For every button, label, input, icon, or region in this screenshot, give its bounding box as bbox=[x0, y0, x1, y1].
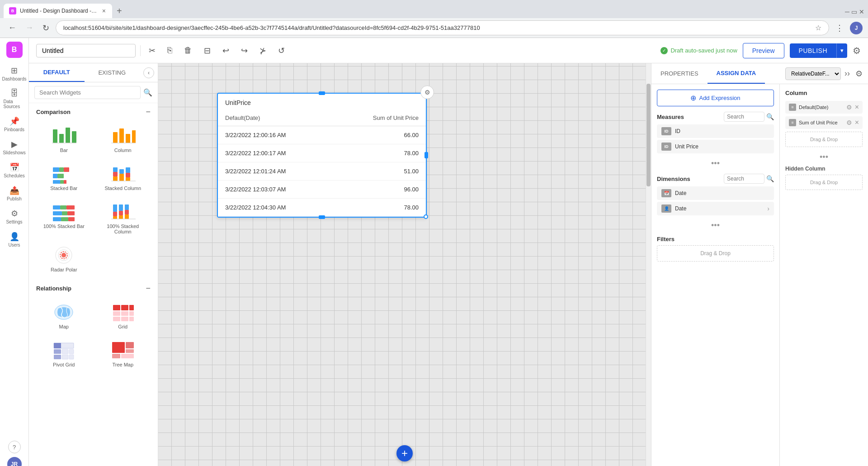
collapse-panel-button[interactable]: ‹ bbox=[143, 67, 154, 78]
more-delete-button[interactable]: ⊟ bbox=[200, 44, 214, 57]
widget-item-100-stacked-column[interactable]: 100% Stacked Column bbox=[95, 198, 151, 238]
svg-rect-70 bbox=[126, 342, 134, 348]
tab-close-button[interactable]: × bbox=[101, 7, 107, 14]
column-item-default-date[interactable]: ≡ Default(Date) ⚙ × bbox=[785, 101, 863, 114]
svg-rect-69 bbox=[112, 342, 125, 353]
sidebar-item-publish[interactable]: 📤 Publish bbox=[2, 182, 27, 204]
widget-item-map[interactable]: Map bbox=[36, 299, 92, 333]
close-window-button[interactable]: ✕ bbox=[859, 8, 864, 15]
tab-assign-data[interactable]: ASSIGN DATA bbox=[708, 63, 765, 84]
user-profile-icon[interactable]: J bbox=[850, 22, 863, 34]
column-item-sum-unit-price[interactable]: ≡ Sum of Unit Price ⚙ × bbox=[785, 116, 863, 129]
widget-item-bar[interactable]: Bar bbox=[36, 122, 92, 157]
column-panel: Column ≡ Default(Date) ⚙ × ≡ Sum of Unit… bbox=[780, 84, 868, 466]
copy-button[interactable]: ⎘ bbox=[164, 44, 176, 57]
tab-properties[interactable]: PROPERTIES bbox=[651, 64, 708, 83]
canvas-scrollbar-y[interactable] bbox=[646, 63, 651, 466]
cut-button[interactable]: ✂ bbox=[145, 44, 159, 57]
comparison-section-collapse[interactable]: − bbox=[146, 108, 151, 116]
resize-handle-top[interactable] bbox=[319, 91, 325, 95]
widget-settings-gear[interactable]: ⚙ bbox=[420, 86, 434, 99]
measures-field-id[interactable]: ID ID bbox=[657, 124, 774, 138]
reload-button[interactable]: ↻ bbox=[40, 21, 52, 35]
browser-tab[interactable]: B Untitled - Design Dashboard - B... × bbox=[4, 4, 112, 18]
widget-search-icon[interactable]: 🔍 bbox=[143, 88, 152, 97]
new-tab-button[interactable]: + bbox=[113, 6, 126, 16]
relationship-section-collapse[interactable]: − bbox=[146, 284, 151, 292]
more-options-dimensions[interactable]: ••• bbox=[657, 221, 774, 230]
browser-menu-button[interactable]: ⋮ bbox=[833, 21, 846, 35]
publish-dropdown-button[interactable]: ▾ bbox=[836, 43, 847, 58]
dashboard-title-input[interactable] bbox=[36, 44, 136, 57]
widget-item-grid[interactable]: Grid bbox=[95, 299, 151, 333]
measures-search-icon[interactable]: 🔍 bbox=[766, 113, 774, 120]
dimensions-field-date-1[interactable]: 📅 Date bbox=[657, 186, 774, 200]
canvas-widget[interactable]: ⚙ UnitPrice Default(Date) Sum of Unit Pr… bbox=[217, 93, 427, 218]
svg-rect-28 bbox=[60, 205, 66, 209]
filter-button[interactable]: ⊁ bbox=[256, 44, 270, 57]
svg-rect-14 bbox=[57, 174, 64, 178]
sidebar-item-settings[interactable]: ⚙ Settings bbox=[2, 205, 27, 228]
bookmark-icon[interactable]: ☆ bbox=[815, 24, 821, 32]
restore-button[interactable]: ▭ bbox=[851, 8, 857, 15]
more-options-measures[interactable]: ••• bbox=[657, 159, 774, 168]
svg-rect-53 bbox=[121, 305, 128, 310]
widget-item-stacked-column[interactable]: Stacked Column bbox=[95, 160, 151, 195]
date-filter-dropdown[interactable]: RelativeDateF... bbox=[785, 67, 841, 80]
dimensions-field-date-2[interactable]: 👤 Date › bbox=[657, 202, 774, 215]
address-bar[interactable]: localhost:51604/bi/site/site1/dashboard-… bbox=[56, 20, 829, 35]
tab-existing[interactable]: EXISTING bbox=[85, 64, 140, 81]
sidebar-item-dashboards[interactable]: ⊞ Dashboards bbox=[2, 62, 27, 85]
dimensions-search-icon[interactable]: 🔍 bbox=[766, 175, 774, 182]
measures-search[interactable] bbox=[724, 112, 764, 122]
sidebar-item-pinboards[interactable]: 📌 Pinboards bbox=[2, 113, 27, 135]
expand-panel-icon[interactable]: ›› bbox=[843, 68, 852, 79]
resize-handle-corner[interactable] bbox=[424, 214, 428, 219]
column-drop-zone[interactable]: Drag & Drop bbox=[785, 132, 863, 147]
add-expression-button[interactable]: ⊕ Add Expression bbox=[657, 90, 774, 106]
help-button[interactable]: ? bbox=[8, 441, 21, 453]
column-item-close-2[interactable]: × bbox=[855, 119, 859, 126]
widget-item-pivot-grid[interactable]: Pivot Grid bbox=[36, 337, 92, 371]
widget-search-input[interactable] bbox=[34, 86, 141, 99]
date-field-expand[interactable]: › bbox=[767, 205, 769, 212]
forward-button[interactable]: → bbox=[23, 21, 36, 34]
column-item-gear-1[interactable]: ⚙ bbox=[846, 104, 852, 111]
column-more-options[interactable]: ••• bbox=[785, 152, 863, 162]
resize-handle-bottom[interactable] bbox=[319, 215, 325, 219]
undo-button[interactable]: ↩ bbox=[219, 44, 233, 57]
widget-item-radar-polar[interactable]: Radar Polar bbox=[36, 242, 92, 276]
sidebar-item-schedules[interactable]: 📅 Schedules bbox=[2, 159, 27, 181]
hidden-column-drop-zone[interactable]: Drag & Drop bbox=[785, 175, 863, 190]
user-avatar[interactable]: JR bbox=[7, 457, 22, 466]
add-widget-button[interactable]: + bbox=[396, 445, 413, 461]
panel-settings-icon[interactable]: ⚙ bbox=[854, 68, 864, 80]
canvas-area[interactable]: ⚙ UnitPrice Default(Date) Sum of Unit Pr… bbox=[158, 63, 651, 466]
widget-item-tree-map[interactable]: Tree Map bbox=[95, 337, 151, 371]
measures-field-unit-price[interactable]: ID Unit Price bbox=[657, 140, 774, 153]
widget-item-stacked-bar[interactable]: Stacked Bar bbox=[36, 160, 92, 195]
dimensions-search[interactable] bbox=[724, 174, 764, 184]
tab-default[interactable]: DEFAULT bbox=[29, 63, 85, 82]
publish-button[interactable]: PUBLISH bbox=[790, 43, 836, 58]
refresh-button[interactable]: ↺ bbox=[274, 44, 288, 57]
100-stacked-column-icon bbox=[110, 202, 136, 222]
widget-item-column[interactable]: Column bbox=[95, 122, 151, 157]
sidebar-item-users[interactable]: 👤 Users bbox=[2, 228, 27, 251]
minimize-button[interactable]: ─ bbox=[845, 8, 849, 15]
redo-button[interactable]: ↪ bbox=[237, 44, 251, 57]
column-item-close-1[interactable]: × bbox=[855, 104, 859, 111]
filters-drop-zone[interactable]: Drag & Drop bbox=[657, 245, 774, 262]
resize-handle-right[interactable] bbox=[425, 152, 428, 158]
grid-icon bbox=[110, 302, 136, 322]
global-settings-icon[interactable]: ⚙ bbox=[853, 45, 861, 56]
sidebar-item-slideshows[interactable]: ▶ Slideshows bbox=[2, 136, 27, 158]
back-button[interactable]: ← bbox=[5, 21, 19, 34]
column-item-gear-2[interactable]: ⚙ bbox=[846, 119, 852, 126]
preview-button[interactable]: Preview bbox=[743, 43, 784, 58]
sidebar-item-data-sources[interactable]: 🗄 Data Sources bbox=[2, 86, 27, 112]
widget-item-100-stacked-bar[interactable]: 100% Stacked Bar bbox=[36, 198, 92, 238]
delete-button[interactable]: 🗑 bbox=[180, 44, 196, 57]
stacked-column-label: Stacked Column bbox=[104, 185, 141, 191]
svg-rect-67 bbox=[62, 355, 68, 359]
